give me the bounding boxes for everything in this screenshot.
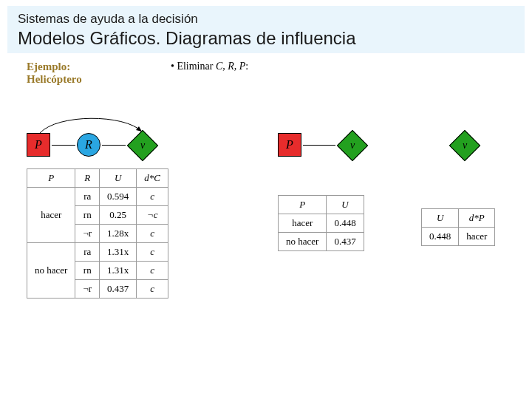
node-p: P xyxy=(27,133,50,157)
table-row: P U xyxy=(279,196,364,214)
cell: ra xyxy=(75,188,100,206)
col-dc: d*C xyxy=(137,169,168,188)
cell: hacer xyxy=(459,228,495,246)
cell: c xyxy=(137,188,168,206)
value-icon: v xyxy=(127,130,158,161)
arrow-icon xyxy=(52,145,75,146)
col-u: U xyxy=(327,196,364,214)
value-icon: v xyxy=(449,130,480,161)
node-p: P xyxy=(278,133,301,157)
cell: 0.448 xyxy=(327,214,364,233)
table-udp: U d*P 0.448 hacer xyxy=(421,208,495,246)
value-icon: v xyxy=(337,130,368,161)
table-row: P R U d*C xyxy=(27,169,168,188)
cell: 1.31x xyxy=(100,243,137,262)
cell: c xyxy=(137,262,168,280)
eliminate-vars: C, R, P xyxy=(216,61,245,72)
panel-pv: P v P U hacer 0.448 no hacer 0.437 xyxy=(278,126,364,251)
col-p: P xyxy=(279,196,327,214)
node-v: v xyxy=(132,134,154,157)
main-title: Modelos Gráficos. Diagramas de influenci… xyxy=(18,28,514,49)
example-line1: Ejemplo: xyxy=(27,61,70,72)
cell: 0.437 xyxy=(327,233,364,251)
panel-prv: P R v P R U d*C hacer xyxy=(27,126,168,299)
diagram-v: v xyxy=(426,126,532,166)
example-label: Ejemplo: Helicóptero xyxy=(27,61,519,86)
cell: c xyxy=(137,280,168,299)
cell: hacer xyxy=(279,214,327,233)
cell: 0.448 xyxy=(422,228,459,246)
table-row: U d*P xyxy=(422,209,495,228)
diagram-pv: P v xyxy=(278,126,364,166)
table-pu: P U hacer 0.448 no hacer 0.437 xyxy=(278,195,364,251)
cell: no hacer xyxy=(279,233,327,251)
col-r: R xyxy=(75,169,100,188)
node-v-label: v xyxy=(140,140,145,151)
cell: ¬r xyxy=(75,225,100,243)
node-r: R xyxy=(77,133,100,157)
content-area: Ejemplo: Helicóptero • Eliminar C, R, P:… xyxy=(27,61,519,377)
node-p-label: P xyxy=(35,138,42,151)
node-r-label: R xyxy=(85,138,92,151)
cell: ra xyxy=(75,243,100,262)
table-row: hacer 0.448 xyxy=(279,214,364,233)
arrow-icon xyxy=(102,145,126,146)
cell: 0.594 xyxy=(100,188,137,206)
cell: ¬c xyxy=(137,206,168,225)
col-u: U xyxy=(100,169,137,188)
cell: 1.28x xyxy=(100,225,137,243)
cell: rn xyxy=(75,262,100,280)
node-v: v xyxy=(454,134,476,157)
table-row: no hacer ra 1.31x c xyxy=(27,243,168,262)
cell: c xyxy=(137,225,168,243)
panel-v: v U d*P 0.448 hacer xyxy=(426,126,532,246)
table-row: hacer ra 0.594 c xyxy=(27,188,168,206)
cell: 1.31x xyxy=(100,262,137,280)
pre-title: Sistemas de ayuda a la decisión xyxy=(18,12,514,27)
table-pru: P R U d*C hacer ra 0.594 c rn 0.25 ¬c xyxy=(27,168,168,299)
cell: hacer xyxy=(27,188,75,243)
decision-icon: P xyxy=(278,133,301,157)
eliminate-bullet: • Eliminar xyxy=(171,61,216,72)
cell: 0.437 xyxy=(100,280,137,299)
eliminate-text: • Eliminar C, R, P: xyxy=(171,61,248,72)
arrow-icon xyxy=(303,145,335,146)
eliminate-colon: : xyxy=(245,61,248,72)
cell: 0.25 xyxy=(100,206,137,225)
node-v-label: v xyxy=(350,140,355,151)
table-row: 0.448 hacer xyxy=(422,228,495,246)
node-p-label: P xyxy=(286,138,293,151)
node-v-label: v xyxy=(463,140,467,151)
col-p: P xyxy=(27,169,75,188)
cell: rn xyxy=(75,206,100,225)
chance-icon: R xyxy=(77,133,100,157)
col-u: U xyxy=(422,209,459,228)
cell: ¬r xyxy=(75,280,100,299)
cell: c xyxy=(137,243,168,262)
header-band: Sistemas de ayuda a la decisión Modelos … xyxy=(7,6,525,53)
decision-icon: P xyxy=(27,133,50,157)
node-v: v xyxy=(341,134,364,157)
diagram-prv: P R v xyxy=(27,126,168,166)
table-row: no hacer 0.437 xyxy=(279,233,364,251)
panels: P R v P R U d*C hacer xyxy=(27,126,519,377)
cell: no hacer xyxy=(27,243,75,299)
example-line2: Helicóptero xyxy=(27,73,82,85)
col-dp: d*P xyxy=(459,209,495,228)
